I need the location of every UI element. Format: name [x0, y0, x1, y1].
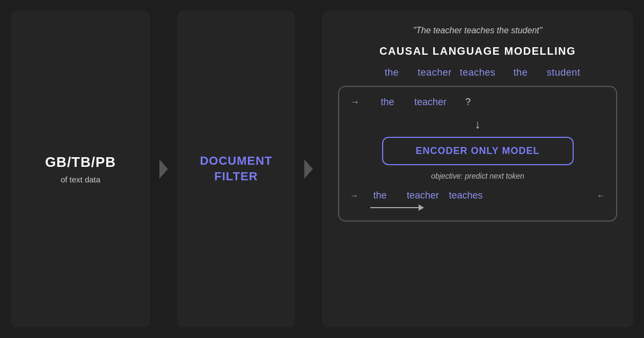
forward-arrow-line: [355, 204, 424, 211]
diagram-output-row: → the teacher teaches ←: [350, 190, 605, 201]
input-arrow: →: [350, 97, 360, 108]
middle-panel: DOCUMENTFILTER: [177, 11, 295, 327]
diag-token-teacher: teacher: [409, 97, 452, 108]
output-tokens: the teacher teaches: [358, 190, 597, 201]
objective-text: objective: predict next token: [431, 172, 524, 180]
output-token-teacher: teacher: [401, 190, 444, 201]
section-title: CAUSAL LANGUAGE MODELLING: [379, 45, 576, 57]
quote-text: "The teacher teaches the student": [413, 26, 543, 35]
output-token-the: the: [358, 190, 401, 201]
middle-panel-title: DOCUMENTFILTER: [200, 153, 272, 184]
right-panel: "The teacher teaches the student" CAUSAL…: [322, 11, 633, 327]
token-student-1: student: [542, 67, 585, 78]
diag-question-mark: ?: [452, 97, 484, 108]
token-teaches-1: teaches: [456, 67, 499, 78]
encoder-box: ENCODER ONLY MODEL: [382, 137, 574, 165]
output-token-teaches: teaches: [444, 190, 487, 201]
diagram-tokens: the teacher ?: [366, 97, 605, 108]
chevron-arrow-2: [301, 11, 317, 327]
diagram-input-row: → the teacher ?: [350, 97, 605, 108]
output-left-arrow: →: [350, 191, 358, 201]
main-container: GB/TB/PB of text data DOCUMENTFILTER "Th…: [0, 0, 644, 338]
chevron-arrow-1: [156, 11, 172, 327]
forward-arrow-row: [350, 204, 605, 211]
down-arrow: ↓: [475, 117, 481, 131]
token-teacher-1: teacher: [413, 67, 456, 78]
token-the-1: the: [370, 67, 413, 78]
left-panel-subtitle: of text data: [61, 175, 100, 184]
encoder-box-title: ENCODER ONLY MODEL: [415, 145, 539, 156]
token-the-2: the: [499, 67, 542, 78]
diagram-area: → the teacher ? ↓ ENCODER ONLY MODEL obj…: [338, 86, 617, 222]
output-right-arrow: ←: [597, 191, 605, 201]
diag-token-the: the: [366, 97, 409, 108]
full-token-row: the teacher teaches the student: [338, 67, 617, 78]
left-panel-title: GB/TB/PB: [45, 154, 116, 171]
left-panel: GB/TB/PB of text data: [11, 11, 150, 327]
